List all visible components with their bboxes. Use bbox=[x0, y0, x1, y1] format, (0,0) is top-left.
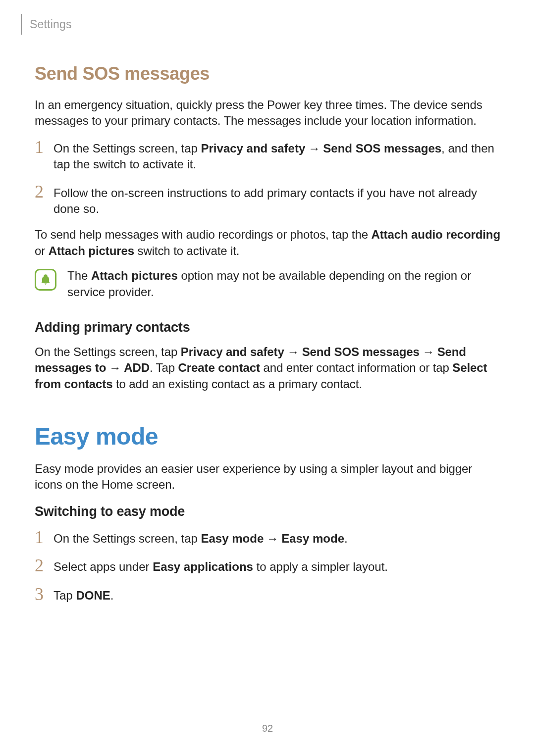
bold: DONE bbox=[76, 589, 110, 602]
arrow-icon: → bbox=[308, 141, 320, 156]
note-bell-icon bbox=[35, 269, 56, 291]
bold: Attach pictures bbox=[49, 244, 134, 257]
text: or bbox=[35, 244, 49, 257]
text: and enter contact information or tap bbox=[260, 361, 452, 374]
arrow-icon: → bbox=[287, 344, 299, 360]
switching-easy-heading: Switching to easy mode bbox=[35, 504, 500, 519]
text: On the Settings screen, tap bbox=[35, 345, 181, 358]
step-number: 1 bbox=[35, 138, 54, 156]
bold: Create contact bbox=[178, 361, 260, 374]
sos-step-1: 1 On the Settings screen, tap Privacy an… bbox=[35, 138, 500, 173]
step-text: Follow the on-screen instructions to add… bbox=[54, 183, 500, 217]
sos-intro: In an emergency situation, quickly press… bbox=[35, 97, 500, 129]
note-text: The Attach pictures option may not be av… bbox=[67, 268, 500, 300]
bold: Privacy and safety bbox=[201, 142, 306, 155]
text: Select apps under bbox=[54, 560, 153, 573]
sos-step-2: 2 Follow the on-screen instructions to a… bbox=[35, 183, 500, 217]
step-text: On the Settings screen, tap Privacy and … bbox=[54, 138, 500, 173]
text: switch to activate it. bbox=[134, 244, 239, 257]
text: On the Settings screen, tap bbox=[54, 142, 201, 155]
easy-mode-heading: Easy mode bbox=[35, 423, 500, 450]
bold: Easy applications bbox=[153, 560, 253, 573]
text: The bbox=[67, 269, 91, 282]
document-page: Settings Send SOS messages In an emergen… bbox=[0, 0, 535, 633]
header-bar: Settings bbox=[21, 14, 500, 35]
sos-heading: Send SOS messages bbox=[35, 63, 500, 84]
easy-step-list: 1 On the Settings screen, tap Easy mode→… bbox=[35, 528, 500, 604]
text: Tap bbox=[54, 589, 76, 602]
primary-contacts-heading: Adding primary contacts bbox=[35, 320, 500, 335]
text: to apply a simpler layout. bbox=[253, 560, 388, 573]
easy-mode-intro: Easy mode provides an easier user experi… bbox=[35, 461, 500, 493]
step-number: 3 bbox=[35, 585, 54, 603]
easy-step-3: 3 Tap DONE. bbox=[35, 585, 500, 604]
bold: Send SOS messages bbox=[302, 345, 420, 358]
arrow-icon: → bbox=[109, 360, 121, 376]
page-number: 92 bbox=[0, 723, 535, 734]
bold: Attach pictures bbox=[91, 269, 178, 282]
text: to add an existing contact as a primary … bbox=[112, 377, 362, 391]
step-number: 1 bbox=[35, 528, 54, 546]
step-text: Tap DONE. bbox=[54, 585, 113, 604]
bold: Attach audio recording bbox=[371, 228, 500, 241]
header-section-label: Settings bbox=[30, 18, 72, 31]
text: . bbox=[344, 532, 348, 545]
step-text: On the Settings screen, tap Easy mode→Ea… bbox=[54, 528, 348, 547]
arrow-icon: → bbox=[423, 344, 434, 360]
bold: Easy mode bbox=[201, 532, 264, 545]
text: On the Settings screen, tap bbox=[54, 532, 201, 545]
note-box: The Attach pictures option may not be av… bbox=[35, 268, 500, 300]
step-text: Select apps under Easy applications to a… bbox=[54, 556, 388, 575]
sos-step-list: 1 On the Settings screen, tap Privacy an… bbox=[35, 138, 500, 217]
easy-step-2: 2 Select apps under Easy applications to… bbox=[35, 556, 500, 575]
step-number: 2 bbox=[35, 556, 54, 574]
easy-step-1: 1 On the Settings screen, tap Easy mode→… bbox=[35, 528, 500, 547]
text: . Tap bbox=[150, 361, 178, 374]
primary-contacts-body: On the Settings screen, tap Privacy and … bbox=[35, 344, 500, 392]
bold: Send SOS messages bbox=[323, 142, 441, 155]
arrow-icon: → bbox=[267, 531, 278, 547]
bold: ADD bbox=[124, 361, 150, 374]
text: To send help messages with audio recordi… bbox=[35, 228, 371, 241]
sos-extra: To send help messages with audio recordi… bbox=[35, 227, 500, 259]
bold: Privacy and safety bbox=[181, 345, 284, 358]
bold: Easy mode bbox=[281, 532, 344, 545]
text: . bbox=[110, 589, 114, 602]
step-number: 2 bbox=[35, 183, 54, 201]
